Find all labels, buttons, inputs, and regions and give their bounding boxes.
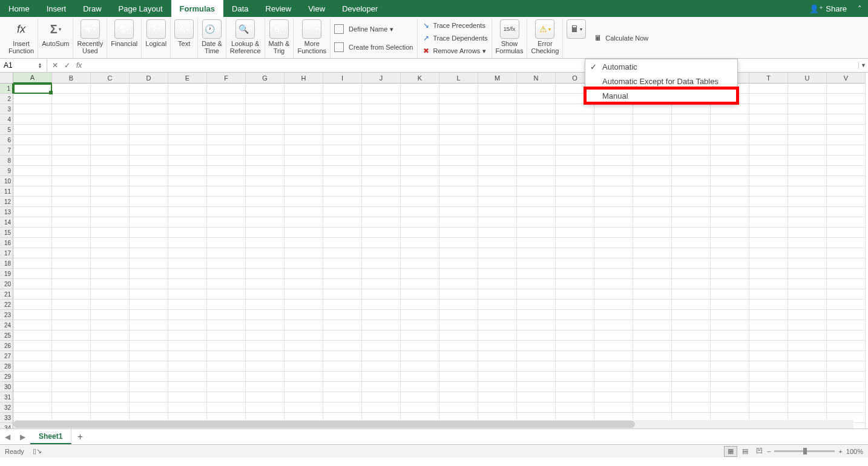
cell[interactable] [362, 135, 401, 145]
cell[interactable] [439, 372, 478, 382]
cell[interactable] [168, 351, 207, 361]
cell[interactable] [788, 269, 827, 279]
cell[interactable] [207, 300, 246, 310]
cell[interactable] [594, 361, 633, 372]
cell[interactable] [362, 228, 401, 238]
cell[interactable] [672, 156, 711, 166]
cell[interactable] [827, 402, 866, 413]
cell[interactable] [788, 114, 827, 125]
cell[interactable] [207, 248, 246, 258]
zoom-percent[interactable]: 100% [846, 448, 863, 455]
cell[interactable] [594, 135, 633, 145]
cell[interactable] [594, 156, 633, 166]
cell[interactable] [478, 125, 517, 135]
view-page-layout-button[interactable]: ▤ [738, 446, 752, 457]
cell[interactable] [168, 300, 207, 310]
cell[interactable] [130, 392, 168, 402]
cell[interactable] [827, 145, 866, 156]
cell[interactable] [633, 258, 672, 269]
cell[interactable] [207, 114, 246, 125]
column-header-I[interactable]: I [323, 73, 362, 84]
cell[interactable] [168, 166, 207, 176]
cell[interactable] [91, 248, 130, 258]
cell[interactable] [284, 207, 323, 217]
cell[interactable] [827, 361, 866, 372]
cell[interactable] [323, 94, 362, 104]
cell[interactable] [130, 372, 168, 382]
cell[interactable] [52, 300, 91, 310]
cell[interactable] [633, 310, 672, 320]
cell[interactable] [672, 197, 711, 207]
cell[interactable] [401, 156, 439, 166]
cell[interactable] [168, 186, 207, 197]
cell[interactable] [130, 125, 168, 135]
cell[interactable] [672, 382, 711, 392]
view-page-break-button[interactable]: 凹 [753, 446, 766, 457]
cell[interactable] [594, 402, 633, 413]
cell[interactable] [711, 176, 749, 186]
view-normal-button[interactable]: ▦ [724, 446, 737, 457]
cell[interactable] [788, 84, 827, 94]
cell[interactable] [207, 94, 246, 104]
cell[interactable] [284, 258, 323, 269]
cell[interactable] [749, 372, 788, 382]
cell[interactable] [130, 289, 168, 300]
cell[interactable] [91, 176, 130, 186]
cell[interactable] [91, 84, 130, 94]
cell[interactable] [594, 320, 633, 330]
cell[interactable] [517, 238, 556, 248]
cell[interactable] [517, 104, 556, 114]
cell[interactable] [401, 269, 439, 279]
cell[interactable] [439, 341, 478, 351]
cell[interactable] [362, 238, 401, 248]
cell[interactable] [711, 310, 749, 320]
cell[interactable] [439, 351, 478, 361]
cell[interactable] [284, 217, 323, 228]
cells[interactable] [13, 84, 866, 428]
cell[interactable] [556, 197, 594, 207]
cell[interactable] [246, 94, 284, 104]
cell[interactable] [284, 156, 323, 166]
cell[interactable] [711, 186, 749, 197]
cell[interactable] [52, 402, 91, 413]
calc-option-automatic[interactable]: Automatic [585, 59, 737, 74]
cell[interactable] [168, 94, 207, 104]
cell[interactable] [556, 361, 594, 372]
cell[interactable] [556, 269, 594, 279]
cell[interactable] [362, 320, 401, 330]
cell[interactable] [827, 207, 866, 217]
cell[interactable] [284, 382, 323, 392]
cell[interactable] [207, 186, 246, 197]
cell[interactable] [246, 258, 284, 269]
cell[interactable] [323, 84, 362, 94]
cell[interactable] [401, 84, 439, 94]
tab-insert[interactable]: Insert [38, 0, 75, 17]
cell[interactable] [362, 269, 401, 279]
cell[interactable] [517, 207, 556, 217]
cell[interactable] [749, 84, 788, 94]
cell[interactable] [362, 310, 401, 320]
cell[interactable] [594, 166, 633, 176]
cell[interactable] [401, 289, 439, 300]
cell[interactable] [168, 279, 207, 289]
cell[interactable] [246, 135, 284, 145]
cell[interactable] [672, 269, 711, 279]
row-header-15[interactable]: 15 [0, 228, 13, 238]
cell[interactable] [788, 392, 827, 402]
cell[interactable] [556, 351, 594, 361]
cell[interactable] [478, 197, 517, 207]
cell[interactable] [556, 258, 594, 269]
cell[interactable] [711, 145, 749, 156]
row-header-14[interactable]: 14 [0, 217, 13, 228]
cell[interactable] [401, 197, 439, 207]
column-header-U[interactable]: U [788, 73, 827, 84]
cell[interactable] [130, 341, 168, 351]
cell[interactable] [827, 300, 866, 310]
cell[interactable] [13, 279, 52, 289]
cell[interactable] [594, 186, 633, 197]
cell[interactable] [827, 248, 866, 258]
cell[interactable] [323, 135, 362, 145]
trace-precedents-button[interactable]: ↘ Trace Precedents [420, 19, 489, 31]
cell[interactable] [284, 228, 323, 238]
cell[interactable] [246, 228, 284, 238]
